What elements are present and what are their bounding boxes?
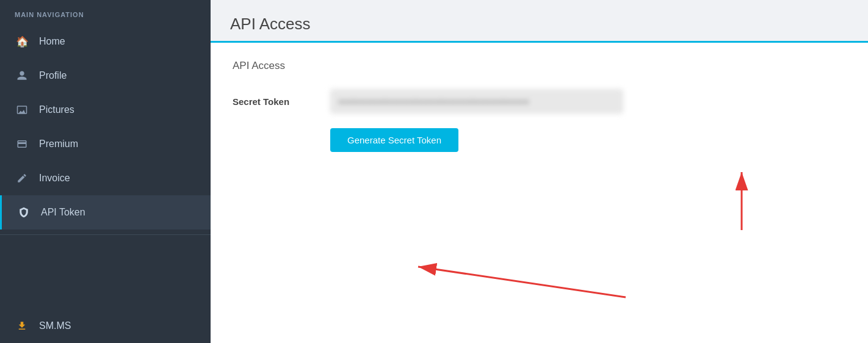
sidebar-item-label: Pictures bbox=[39, 104, 74, 115]
secret-token-label: Secret Token bbox=[233, 96, 330, 107]
sidebar-item-label: Profile bbox=[39, 70, 67, 81]
sidebar-item-label: API Token bbox=[41, 207, 85, 218]
page-body: API Access Secret Token Generate Secret … bbox=[211, 41, 868, 343]
sidebar-item-premium[interactable]: Premium bbox=[0, 127, 211, 161]
api-access-card: API Access Secret Token Generate Secret … bbox=[211, 41, 868, 343]
sidebar-item-invoice[interactable]: Invoice bbox=[0, 161, 211, 195]
home-icon: 🏠 bbox=[15, 34, 29, 49]
main-content: API Access API Access Secret Token Gener… bbox=[211, 0, 868, 343]
page-title: API Access bbox=[230, 15, 848, 34]
sidebar-item-label: Invoice bbox=[39, 173, 70, 184]
sidebar-item-profile[interactable]: Profile bbox=[0, 59, 211, 93]
api-token-icon bbox=[16, 205, 31, 220]
sidebar: MAIN NAVIGATION 🏠 Home Profile Pictures … bbox=[0, 0, 211, 343]
pictures-icon bbox=[15, 103, 29, 117]
profile-icon bbox=[15, 68, 29, 83]
secret-token-row: Secret Token bbox=[233, 89, 846, 114]
sidebar-item-label: Home bbox=[39, 36, 65, 47]
page-header: API Access bbox=[211, 0, 868, 41]
sidebar-item-pictures[interactable]: Pictures bbox=[0, 93, 211, 127]
secret-token-input[interactable] bbox=[330, 89, 623, 114]
premium-icon bbox=[15, 137, 29, 151]
sidebar-item-smms[interactable]: SM.MS bbox=[0, 309, 211, 343]
sidebar-item-home[interactable]: 🏠 Home bbox=[0, 24, 211, 59]
generate-secret-token-button[interactable]: Generate Secret Token bbox=[330, 128, 458, 152]
sidebar-item-label: Premium bbox=[39, 139, 78, 150]
card-title: API Access bbox=[233, 60, 846, 72]
sidebar-item-api-token[interactable]: API Token bbox=[0, 195, 211, 229]
sidebar-divider bbox=[0, 234, 211, 235]
invoice-icon bbox=[15, 171, 29, 186]
smms-icon bbox=[15, 319, 29, 333]
generate-button-row: Generate Secret Token bbox=[233, 128, 846, 152]
sidebar-item-label: SM.MS bbox=[39, 320, 71, 331]
nav-label: MAIN NAVIGATION bbox=[0, 0, 211, 24]
